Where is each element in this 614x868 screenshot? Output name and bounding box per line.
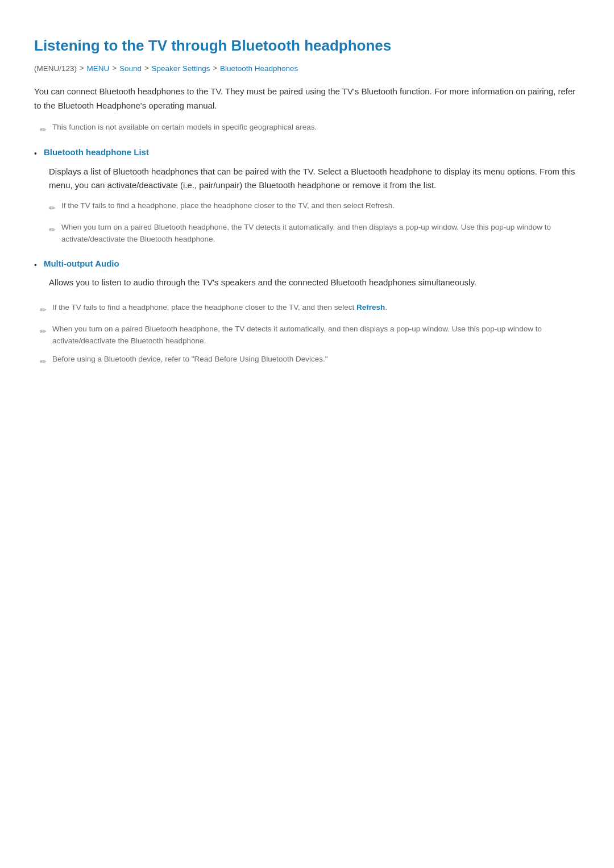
pencil-icon-sub-1 [49,201,56,215]
breadcrumb-arrow-3: > [144,63,149,74]
bullet-item-multi-output: • Multi-output Audio [34,257,580,271]
breadcrumb: (MENU/123) > MENU > Sound > Speaker Sett… [34,63,580,75]
bullet-description-bluetooth-list: Displays a list of Bluetooth headphones … [49,165,580,193]
bullet-item-bluetooth-list: • Bluetooth headphone List [34,146,580,160]
page-title: Listening to the TV through Bluetooth he… [34,34,580,58]
bullet-dot-1: • [34,147,37,160]
refresh-link-1[interactable]: Refresh [366,201,392,210]
bottom-note-1: If the TV fails to find a headphone, pla… [34,301,580,317]
pencil-icon-top [40,122,47,137]
bullet-dot-2: • [34,259,37,271]
breadcrumb-menu[interactable]: MENU [87,63,110,75]
pencil-icon-bottom-3 [40,354,47,369]
bottom-note-text-2: When you turn on a paired Bluetooth head… [52,323,580,347]
bullet-title-bluetooth-list: Bluetooth headphone List [44,146,149,159]
sub-note-row-2: When you turn on a paired Bluetooth head… [49,221,580,246]
intro-paragraph: You can connect Bluetooth headphones to … [34,85,580,113]
bottom-note-2: When you turn on a paired Bluetooth head… [34,323,580,347]
sub-note-text-2: When you turn on a paired Bluetooth head… [61,221,580,246]
bullet-description-multi-output: Allows you to listen to audio through th… [49,276,580,290]
breadcrumb-arrow-2: > [112,63,117,74]
bullet-section-multi-output: • Multi-output Audio Allows you to liste… [34,257,580,290]
sub-note-text-1: If the TV fails to find a headphone, pla… [61,200,395,212]
breadcrumb-speaker-settings[interactable]: Speaker Settings [152,63,210,75]
bottom-notes-section: If the TV fails to find a headphone, pla… [34,301,580,368]
pencil-icon-sub-2 [49,222,56,237]
sub-notes-bluetooth-list: If the TV fails to find a headphone, pla… [49,200,580,246]
bottom-note-3: Before using a Bluetooth device, refer t… [34,353,580,369]
bottom-note-text-3: Before using a Bluetooth device, refer t… [52,353,328,366]
breadcrumb-prefix: (MENU/123) [34,63,77,75]
top-note: This function is not available on certai… [34,121,580,137]
refresh-link-2[interactable]: Refresh [356,303,385,312]
pencil-icon-bottom-2 [40,324,47,339]
sub-note-row-1: If the TV fails to find a headphone, pla… [49,200,580,215]
breadcrumb-bluetooth-headphones[interactable]: Bluetooth Headphones [220,63,298,75]
bullet-section-bluetooth-list: • Bluetooth headphone List Displays a li… [34,146,580,246]
breadcrumb-sound[interactable]: Sound [119,63,142,75]
top-note-text: This function is not available on certai… [52,121,317,134]
bottom-note-text-1: If the TV fails to find a headphone, pla… [52,301,387,314]
pencil-icon-bottom-1 [40,302,47,317]
breadcrumb-arrow-1: > [80,63,84,74]
bullet-title-multi-output: Multi-output Audio [44,257,119,271]
breadcrumb-arrow-4: > [213,63,217,74]
